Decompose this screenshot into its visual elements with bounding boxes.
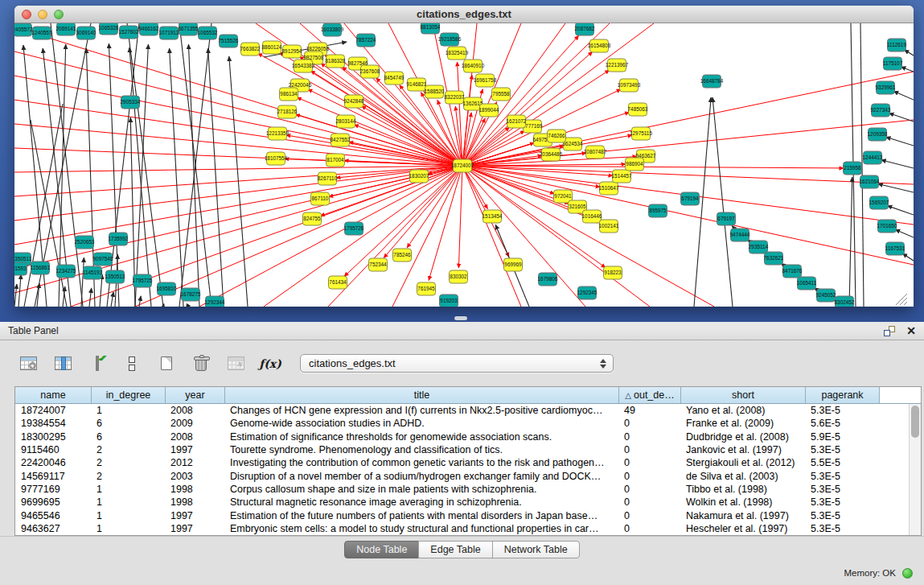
network-window-titlebar[interactable]: citations_edges.txt [14, 6, 914, 23]
table-scrollbar[interactable] [909, 404, 921, 535]
delete-column-icon[interactable] [189, 352, 213, 376]
table-row[interactable]: 1830029562008Estimation of significance … [15, 431, 909, 443]
close-window-button[interactable] [22, 10, 31, 19]
zoom-window-button[interactable] [54, 10, 64, 19]
minimize-window-button[interactable] [38, 10, 47, 19]
table-row[interactable]: 969969511998Structural magnetic resonanc… [15, 496, 909, 509]
select-columns-icon[interactable] [85, 352, 109, 376]
edge-red[interactable] [14, 166, 462, 172]
table-options-icon[interactable] [16, 352, 40, 376]
edge-red[interactable] [462, 166, 585, 307]
edge-red[interactable] [328, 166, 462, 307]
edge-black[interactable] [893, 91, 914, 100]
canvas-resize-grip[interactable] [896, 294, 907, 305]
graph-node-label: 1292345 [577, 290, 598, 295]
table-cell: 2 [91, 471, 165, 482]
edge-black[interactable] [895, 229, 914, 237]
graph-node-label: 1588520 [425, 89, 445, 94]
edge-black[interactable] [129, 47, 151, 307]
table-cell: 5.3E-5 [805, 484, 879, 495]
column-header-title[interactable]: title [224, 387, 618, 403]
edge-black[interactable] [139, 296, 141, 307]
edge-black[interactable] [886, 137, 914, 146]
table-row[interactable]: 2242004622012Investigating the contribut… [15, 456, 909, 469]
column-header-name[interactable]: name [15, 387, 91, 403]
graph-node-label: 8427552 [331, 137, 351, 142]
edge-black[interactable] [878, 184, 914, 192]
table-cell: 0 [618, 457, 680, 468]
table-cell: 5.3E-5 [805, 510, 879, 521]
table-type-segmented-control: Node TableEdge TableNetwork Table [344, 541, 579, 558]
column-header-out_de[interactable]: △out_de… [618, 387, 680, 403]
panel-splitter-handle[interactable] [454, 316, 467, 320]
graph-node-label: 1065411 [797, 280, 817, 286]
edge-black[interactable] [902, 253, 914, 261]
edge-red[interactable] [462, 72, 914, 166]
edge-black[interactable] [713, 97, 733, 307]
node-table: namein_degreeyeartitle△out_de…shortpager… [14, 386, 922, 536]
close-panel-icon[interactable]: ✕ [906, 326, 916, 336]
graph-node-label: 1695810 [157, 286, 177, 291]
graph-node-label: 972041 [554, 193, 572, 199]
graph-node-label: 1350513 [105, 274, 125, 279]
graph-node-label: 8302452 [835, 299, 855, 305]
new-column-icon[interactable] [154, 352, 179, 376]
edge-red[interactable] [14, 166, 462, 220]
network-canvas[interactable]: 1872400724055721240557206914130691401065… [14, 23, 914, 307]
graph-node-label: 18640910 [462, 63, 485, 68]
table-row[interactable]: 1456911722003Disruption of a novel membe… [15, 469, 909, 482]
column-header-year[interactable]: year [165, 387, 224, 403]
tab-node-table[interactable]: Node Table [344, 541, 419, 558]
edge-red[interactable] [462, 166, 914, 265]
edge-red[interactable] [297, 97, 462, 166]
edge-black[interactable] [901, 67, 914, 72]
column-header-pagerank[interactable]: pagerank [805, 387, 879, 403]
graph-node-label: 1514457 [612, 173, 632, 179]
function-builder-icon[interactable]: ƒ(x) [258, 352, 282, 376]
graph-node-label: 1899044 [479, 107, 499, 113]
edge-red[interactable] [458, 166, 462, 268]
edge-red[interactable] [462, 23, 654, 166]
edge-black[interactable] [849, 177, 852, 307]
edge-black[interactable] [208, 48, 224, 307]
tab-edge-table[interactable]: Edge Table [418, 541, 492, 558]
graph-node-label: 1795726 [344, 225, 364, 231]
edge-red[interactable] [462, 75, 472, 166]
edge-black[interactable] [14, 284, 17, 307]
graph-node-label: 8813054 [421, 24, 441, 30]
table-row[interactable]: 1872400712008Changes of HCN gene express… [15, 404, 909, 417]
edge-black[interactable] [889, 113, 914, 122]
edge-black[interactable] [881, 160, 914, 168]
table-row[interactable]: 946362711997Embryonic stem cells: a mode… [15, 522, 909, 535]
table-row[interactable]: 946554611997Estimation of the future num… [15, 509, 909, 521]
table-row[interactable]: 1938455462009Genome-wide association stu… [15, 417, 909, 430]
table-toolbar-icons: ✕ƒ(x) [16, 352, 282, 376]
memory-indicator[interactable] [902, 568, 913, 579]
scrollbar-thumb[interactable] [911, 406, 919, 438]
table-selector-dropdown[interactable]: citations_edges.txt [300, 354, 614, 373]
tab-network-table[interactable]: Network Table [492, 541, 580, 558]
edge-black[interactable] [81, 257, 84, 307]
edge-black[interactable] [89, 288, 92, 307]
table-cell: 5.5E-5 [805, 457, 879, 468]
edge-black[interactable] [127, 23, 163, 307]
edge-red[interactable] [135, 166, 462, 307]
row-height-icon[interactable] [120, 352, 144, 376]
column-header-in_degree[interactable]: in_degree [91, 387, 165, 403]
table-row[interactable]: 977716911998Corpus callosum shape and si… [15, 483, 909, 496]
graph-node-label: 1016446 [582, 213, 602, 219]
edge-black[interactable] [18, 274, 21, 307]
table-cell: 6 [91, 431, 165, 443]
graph-node-label: 215958 [844, 165, 861, 171]
edge-black[interactable] [170, 48, 183, 307]
column-header-short[interactable]: short [680, 387, 805, 403]
graph-node-label: 18325419 [446, 50, 469, 56]
graph-node-label: 16648784 [700, 78, 724, 84]
edge-red[interactable] [458, 62, 462, 166]
show-columns-icon[interactable] [51, 352, 75, 376]
network-window-title: citations_edges.txt [417, 8, 511, 20]
edge-black[interactable] [887, 206, 914, 215]
table-row[interactable]: 911546021997Tourette syndrome. Phenomeno… [15, 443, 909, 456]
edge-black[interactable] [111, 292, 113, 307]
float-panel-icon[interactable] [884, 326, 895, 336]
